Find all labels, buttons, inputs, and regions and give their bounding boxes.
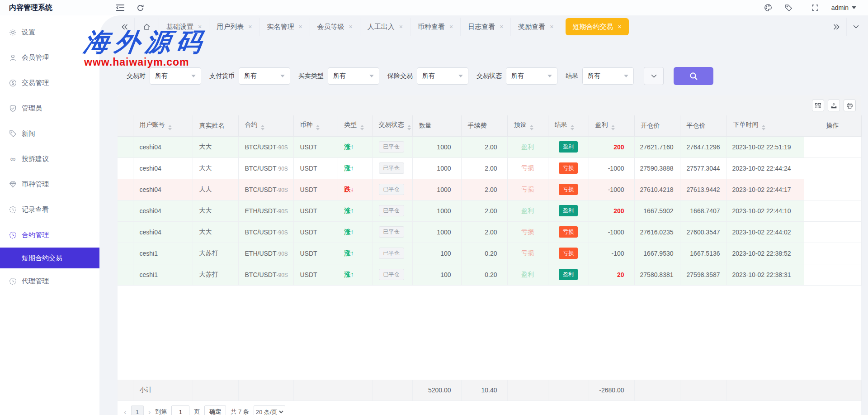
- tab-4[interactable]: 人工出入×: [360, 18, 410, 36]
- tab-close-icon[interactable]: ×: [298, 23, 302, 30]
- tabs-scroll-right-icon[interactable]: [827, 18, 846, 36]
- sidebar-item-2[interactable]: 交易管理: [0, 70, 99, 95]
- theme-palette-icon[interactable]: [764, 4, 772, 12]
- sidebar-item-4[interactable]: 新闻: [0, 121, 99, 146]
- tab-close-icon[interactable]: ×: [248, 23, 252, 30]
- tab-close-icon[interactable]: ×: [198, 23, 202, 30]
- cell-preset: 亏损: [507, 221, 548, 243]
- column-header-1[interactable]: 用户账号: [133, 115, 193, 136]
- sort-icon[interactable]: [168, 125, 172, 130]
- admin-menu[interactable]: admin: [831, 4, 856, 11]
- cell-open-price: 1667.9530: [634, 243, 680, 264]
- tab-6[interactable]: 日志查看×: [461, 18, 510, 36]
- sidebar-item-7[interactable]: 记录查看: [0, 197, 99, 222]
- tab-label: 日志查看: [468, 23, 495, 31]
- sort-icon[interactable]: [360, 125, 364, 130]
- export-icon[interactable]: [828, 100, 840, 111]
- filter-select-1[interactable]: 所有: [239, 67, 290, 85]
- caret-down-icon: [191, 75, 196, 77]
- page-input[interactable]: [171, 405, 189, 415]
- cell-fee: 2.00: [461, 136, 507, 157]
- search-button[interactable]: [674, 67, 713, 85]
- sidebar-item-label: 投拆建议: [22, 155, 49, 163]
- sort-icon[interactable]: [611, 125, 615, 130]
- tab-5[interactable]: 币种查看×: [410, 18, 460, 36]
- cell-account: ceshi04: [133, 221, 193, 243]
- print-icon[interactable]: [844, 100, 856, 111]
- home-tab-icon[interactable]: [135, 18, 159, 36]
- expand-filters-button[interactable]: [644, 67, 664, 85]
- sort-icon[interactable]: [762, 125, 765, 130]
- column-header-11[interactable]: 盈利: [589, 115, 634, 136]
- column-header-3[interactable]: 合约: [238, 115, 293, 136]
- tab-close-icon[interactable]: ×: [349, 23, 353, 30]
- tab-close-icon[interactable]: ×: [618, 23, 622, 30]
- current-page-button[interactable]: 1: [131, 405, 144, 415]
- column-header-4[interactable]: 币种: [293, 115, 338, 136]
- cell-preset: 盈利: [507, 200, 548, 221]
- tab-1[interactable]: 用户列表×: [209, 18, 259, 36]
- tab-7[interactable]: 奖励查看×: [511, 18, 561, 36]
- prev-page-button[interactable]: ‹: [124, 408, 127, 415]
- tab-3[interactable]: 会员等级×: [310, 18, 360, 36]
- cell-open-price: 27616.0235: [634, 221, 680, 243]
- confirm-button[interactable]: 确定: [204, 405, 226, 415]
- tabs-scroll-left-icon[interactable]: [115, 18, 134, 36]
- cell-type: 涨↑: [338, 221, 372, 243]
- status-badge: 已平仓: [379, 226, 404, 238]
- sidebar-item-0[interactable]: 设置: [0, 19, 99, 45]
- column-header-10[interactable]: 结果: [548, 115, 589, 136]
- column-header-6[interactable]: 交易状态: [372, 115, 412, 136]
- next-page-button[interactable]: ›: [148, 408, 151, 415]
- sidebar-item-9-active[interactable]: 短期合约交易: [0, 248, 99, 268]
- cell-result: 亏损: [548, 243, 589, 264]
- cell-coin: USDT: [293, 136, 338, 157]
- tab-close-icon[interactable]: ×: [449, 23, 453, 30]
- tab-0[interactable]: 基础设置×: [159, 18, 209, 36]
- filter-select-5[interactable]: 所有: [582, 67, 634, 85]
- cell-status: 已平仓: [372, 136, 412, 157]
- sidebar-item-10[interactable]: 代理管理: [0, 268, 99, 294]
- sidebar-item-3[interactable]: 管理员: [0, 95, 99, 121]
- cell-type: 涨↑: [338, 243, 372, 264]
- per-page-select[interactable]: 20 条/页: [254, 405, 285, 415]
- cell-time: 2023-10-02 22:44:24: [726, 157, 804, 179]
- sort-icon[interactable]: [571, 125, 574, 130]
- cell-type: 跌↓: [338, 179, 372, 200]
- column-header-9[interactable]: 预设: [507, 115, 548, 136]
- tab-close-icon[interactable]: ×: [399, 23, 403, 30]
- tabs-menu-icon[interactable]: [846, 18, 865, 36]
- filter-select-4[interactable]: 所有: [506, 67, 557, 85]
- status-badge: 已平仓: [379, 269, 404, 280]
- sort-icon[interactable]: [530, 125, 533, 130]
- sidebar-collapse-icon[interactable]: [116, 4, 125, 11]
- filter-select-2[interactable]: 所有: [328, 67, 379, 85]
- filter-select-3[interactable]: 所有: [417, 67, 468, 85]
- column-header-14[interactable]: 下单时间: [726, 115, 804, 136]
- column-header-5[interactable]: 类型: [338, 115, 372, 136]
- cell-result: 亏损: [548, 179, 589, 200]
- cell-result: 亏损: [548, 221, 589, 243]
- fullscreen-icon[interactable]: [811, 4, 819, 11]
- caret-down-icon: [458, 75, 463, 77]
- sidebar-item-1[interactable]: 会员管理: [0, 45, 99, 70]
- cell-profit: -1000: [589, 157, 634, 179]
- columns-icon[interactable]: [812, 100, 824, 111]
- tab-2[interactable]: 实名管理×: [259, 18, 309, 36]
- sidebar-item-8[interactable]: 合约管理: [0, 222, 99, 248]
- table-empty-space: [118, 286, 861, 380]
- cell-close-price: 27598.3587: [680, 264, 726, 285]
- tab-8[interactable]: 短期合约交易×: [566, 18, 629, 35]
- sidebar-item-5[interactable]: ∞投拆建议: [0, 146, 99, 172]
- sidebar-item-label: 设置: [22, 28, 35, 37]
- sidebar-item-6[interactable]: 币种管理: [0, 172, 99, 197]
- sort-icon[interactable]: [407, 125, 411, 130]
- page-unit-label: 页: [194, 408, 200, 415]
- tag-icon[interactable]: [785, 4, 793, 12]
- tab-close-icon[interactable]: ×: [550, 23, 553, 30]
- filter-select-0[interactable]: 所有: [150, 67, 201, 85]
- sort-icon[interactable]: [316, 125, 320, 130]
- refresh-icon[interactable]: [137, 4, 144, 12]
- sort-icon[interactable]: [261, 125, 264, 130]
- tab-close-icon[interactable]: ×: [500, 23, 503, 30]
